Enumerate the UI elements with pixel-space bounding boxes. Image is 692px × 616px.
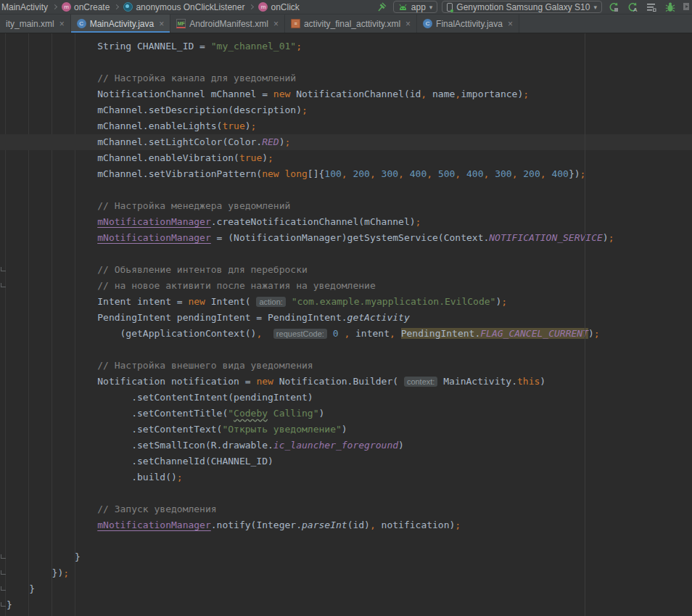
breadcrumb-separator-icon <box>249 4 254 9</box>
breadcrumb: MainActivitymonCreateanonymous OnClickLi… <box>1 2 300 12</box>
code-line[interactable]: // Настройка канала для уведомлений <box>7 70 692 86</box>
editor-tab[interactable]: MFAndroidManifest.xml× <box>170 15 285 33</box>
code-line[interactable]: .setContentIntent(pendingIntent) <box>7 390 692 406</box>
code-line[interactable]: // Настройка внешнего вида уведомления <box>7 358 692 374</box>
code-line[interactable]: } <box>7 549 692 565</box>
run-tasks-list-icon[interactable] <box>644 1 659 14</box>
code-line[interactable] <box>7 533 692 549</box>
editor-tab[interactable]: CFinalActtivity.java× <box>417 15 519 33</box>
class-file-icon: C <box>77 19 86 28</box>
build-hammer-icon[interactable] <box>374 1 389 14</box>
device-label: Genymotion Samsung Galaxy S10 <box>456 2 590 12</box>
code-line[interactable]: // Запуск уведомления <box>7 501 692 517</box>
tab-label: AndroidManifest.xml <box>189 19 268 29</box>
code-line[interactable]: PendingIntent pendingIntent = PendingInt… <box>7 310 692 326</box>
method-icon: m <box>258 2 268 12</box>
tab-label: FinalActtivity.java <box>436 19 503 29</box>
code-line[interactable] <box>7 54 692 70</box>
fold-marker-icon[interactable] <box>1 586 6 591</box>
apply-code-changes-icon[interactable]: A <box>625 1 640 14</box>
debug-bug-icon[interactable] <box>663 1 677 14</box>
code-line[interactable]: Notification notification = new Notifica… <box>7 374 692 390</box>
toolbar-actions: app ▾ Genymotion Samsung Galaxy S10 ▾ <box>374 1 689 14</box>
code-line[interactable]: // Обьявление интентов для переброски <box>7 262 692 278</box>
code-line[interactable]: // Настройка менеджера уведомлений <box>7 198 692 214</box>
breadcrumb-item[interactable]: monCreate <box>62 2 110 12</box>
code-line[interactable]: .setSmallIcon(R.drawable.ic_launcher_for… <box>7 438 692 453</box>
method-icon: m <box>62 2 71 12</box>
code-line[interactable]: mNotificationManager.notify(Integer.pars… <box>7 517 692 533</box>
code-editor[interactable]: String CHANNEL_ID = "my_channel_01"; // … <box>0 33 692 616</box>
fold-marker-icon[interactable] <box>1 283 6 287</box>
class-file-icon: C <box>423 19 432 28</box>
phone-icon <box>447 3 453 12</box>
code-line[interactable]: mChannel.setVibrationPattern(new long[]{… <box>7 166 692 182</box>
breadcrumb-separator-icon <box>52 4 57 9</box>
code-line[interactable]: Intent intent = new Intent( action: "com… <box>7 294 692 310</box>
manifest-file-icon: MF <box>176 19 186 28</box>
fold-marker-icon[interactable] <box>1 570 6 575</box>
run-configuration-select[interactable]: app ▾ <box>393 1 438 13</box>
main-toolbar: MainActivitymonCreateanonymous OnClickLi… <box>0 0 692 15</box>
breadcrumb-label: onCreate <box>74 2 110 12</box>
code-line[interactable] <box>7 342 692 358</box>
code-line[interactable]: .build(); <box>7 469 692 485</box>
code-area[interactable]: String CHANNEL_ID = "my_channel_01"; // … <box>0 33 692 613</box>
code-line[interactable]: .setChannelId(CHANNEL_ID) <box>7 453 692 469</box>
code-line[interactable]: .setContentText("Открыть уведомление") <box>7 422 692 438</box>
tab-close-icon[interactable]: × <box>59 19 65 29</box>
fold-marker-icon[interactable] <box>1 554 6 559</box>
breadcrumb-label: onClick <box>271 2 299 12</box>
code-line[interactable] <box>7 246 692 262</box>
tab-label: ity_main.xml <box>6 19 54 29</box>
code-line[interactable]: mNotificationManager = (NotificationMana… <box>7 230 692 246</box>
code-line[interactable]: (getApplicationContext(), requestCode: 0… <box>7 326 692 342</box>
tab-close-icon[interactable]: × <box>508 19 513 29</box>
device-select[interactable]: Genymotion Samsung Galaxy S10 ▾ <box>442 1 602 13</box>
svg-text:A: A <box>633 7 638 13</box>
run-configuration-label: app <box>411 2 426 12</box>
hard-wrap-guide <box>585 33 585 616</box>
code-line[interactable]: NotificationChannel mChannel = new Notif… <box>7 86 692 102</box>
layout-file-icon: ≡ <box>291 19 300 28</box>
fold-marker-icon[interactable] <box>1 602 6 607</box>
breadcrumb-label: anonymous OnClickListener <box>136 2 244 12</box>
ide-window: MainActivitymonCreateanonymous OnClickLi… <box>0 0 692 616</box>
code-line[interactable]: .setContentTitle("Codeby Calling") <box>7 406 692 422</box>
code-line[interactable] <box>7 485 692 501</box>
chevron-down-icon: ▾ <box>593 4 597 11</box>
code-line[interactable]: mChannel.setDescription(description); <box>7 102 692 118</box>
chevron-down-icon: ▾ <box>429 4 433 11</box>
code-line[interactable]: // на новое активити после нажатия на ув… <box>7 278 692 294</box>
breadcrumb-separator-icon <box>114 4 119 9</box>
fold-marker-icon[interactable] <box>1 267 6 271</box>
editor-tab-bar: ity_main.xml×CMainActivity.java×MFAndroi… <box>0 15 692 33</box>
breadcrumb-item[interactable]: monClick <box>258 2 299 12</box>
code-line[interactable]: mChannel.enableLights(true); <box>7 118 692 134</box>
breadcrumb-item[interactable]: MainActivity <box>1 2 48 12</box>
tab-close-icon[interactable]: × <box>405 19 411 29</box>
code-line[interactable]: }); <box>7 565 692 581</box>
editor-tab[interactable]: CMainActivity.java× <box>71 15 171 33</box>
tab-label: MainActivity.java <box>90 19 154 29</box>
code-line[interactable]: mChannel.enableVibration(true); <box>7 150 692 166</box>
code-line[interactable]: mNotificationManager.createNotificationC… <box>7 214 692 230</box>
android-icon <box>398 3 408 11</box>
editor-tab[interactable]: ity_main.xml× <box>0 15 71 33</box>
code-line[interactable]: mChannel.setLightColor(Color.RED); <box>0 134 692 150</box>
rerun-button-icon[interactable] <box>606 1 621 14</box>
anonymous-class-icon <box>123 2 133 12</box>
code-line[interactable] <box>7 182 692 198</box>
tab-label: activity_final_acttivity.xml <box>304 19 400 29</box>
code-line[interactable]: } <box>7 581 692 597</box>
tab-close-icon[interactable]: × <box>159 19 164 29</box>
editor-tab[interactable]: ≡activity_final_acttivity.xml× <box>285 15 417 33</box>
code-line[interactable]: String CHANNEL_ID = "my_channel_01"; <box>7 38 692 54</box>
tab-close-icon[interactable]: × <box>273 19 279 29</box>
breadcrumb-label: MainActivity <box>1 2 48 12</box>
clipped-toolbar-icon[interactable] <box>682 1 689 14</box>
code-line[interactable]: } <box>7 597 692 613</box>
breadcrumb-item[interactable]: anonymous OnClickListener <box>123 2 244 12</box>
